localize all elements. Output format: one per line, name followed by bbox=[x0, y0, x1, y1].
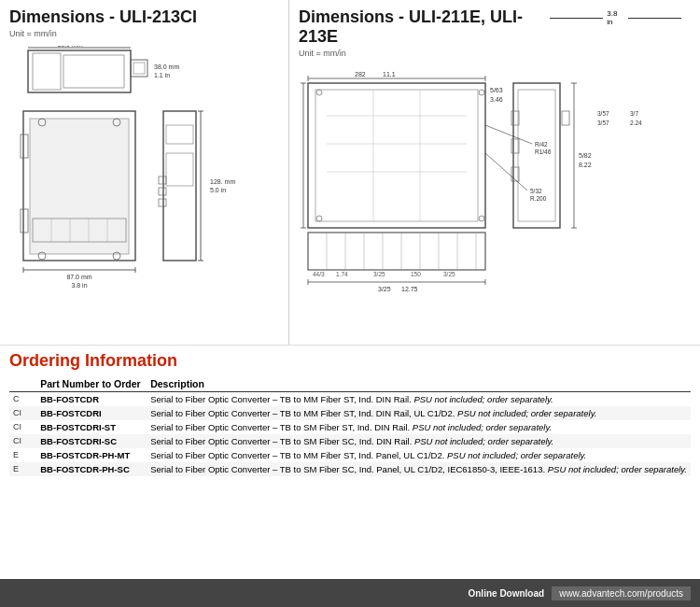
svg-text:R1/46: R1/46 bbox=[535, 148, 552, 155]
svg-point-54 bbox=[316, 216, 322, 221]
svg-text:5/63: 5/63 bbox=[490, 87, 503, 93]
svg-text:3/25: 3/25 bbox=[378, 286, 391, 292]
svg-rect-1 bbox=[33, 53, 61, 90]
svg-rect-2 bbox=[63, 55, 124, 88]
svg-text:3/57: 3/57 bbox=[597, 110, 609, 117]
svg-text:R.200: R.200 bbox=[530, 195, 547, 202]
cell-partnumber: BB-FOSTCDRI bbox=[36, 406, 147, 420]
svg-rect-4 bbox=[133, 63, 145, 74]
cell-model: CI bbox=[9, 406, 36, 420]
svg-text:150: 150 bbox=[411, 271, 421, 277]
svg-text:3.8 in: 3.8 in bbox=[71, 282, 87, 289]
cell-model: C bbox=[9, 392, 36, 407]
col-header-partnum: Part Number to Order bbox=[36, 376, 147, 392]
svg-rect-66 bbox=[513, 83, 560, 228]
ordering-section: Ordering Information Part Number to Orde… bbox=[0, 346, 700, 484]
svg-text:5/32: 5/32 bbox=[530, 188, 542, 194]
svg-text:3/57: 3/57 bbox=[597, 120, 609, 126]
svg-text:282: 282 bbox=[355, 71, 366, 78]
col-header-model bbox=[9, 376, 36, 392]
svg-text:2.24: 2.24 bbox=[630, 120, 642, 126]
col-header-desc: Description bbox=[147, 376, 691, 392]
table-row: EBB-FOSTCDR-PH-SCSerial to Fiber Optic C… bbox=[9, 462, 691, 476]
table-row: CIBB-FOSTCDRI-STSerial to Fiber Optic Co… bbox=[9, 420, 691, 434]
footer-bar: Online Download www.advantech.com/produc… bbox=[0, 579, 700, 607]
svg-rect-32 bbox=[159, 199, 166, 206]
table-row: CIBB-FOSTCDRISerial to Fiber Optic Conve… bbox=[9, 406, 691, 420]
cell-partnumber: BB-FOSTCDRI-ST bbox=[36, 420, 147, 434]
cell-model: CI bbox=[9, 434, 36, 448]
svg-rect-38 bbox=[308, 83, 485, 228]
cell-partnumber: BB-FOSTCDR bbox=[36, 392, 147, 407]
svg-text:3/25: 3/25 bbox=[443, 271, 455, 277]
svg-text:38.0 mm: 38.0 mm bbox=[57, 46, 82, 48]
svg-point-55 bbox=[479, 216, 484, 221]
cell-description: Serial to Fiber Optic Converter – TB to … bbox=[147, 448, 691, 462]
right-diagram-svg: 282 11.1 5/63 3.46 bbox=[299, 69, 691, 349]
svg-rect-39 bbox=[315, 90, 478, 221]
footer-url[interactable]: www.advantech.com/products bbox=[552, 586, 691, 600]
cell-partnumber: BB-FOSTCDRI-SC bbox=[36, 434, 147, 448]
svg-text:3.46: 3.46 bbox=[490, 96, 503, 103]
svg-rect-29 bbox=[166, 153, 193, 186]
left-diagram-subtitle: Unit = mm/in bbox=[9, 29, 279, 38]
cell-description: Serial to Fiber Optic Converter – TB to … bbox=[147, 406, 691, 420]
svg-rect-31 bbox=[159, 188, 166, 195]
svg-text:11.1: 11.1 bbox=[383, 71, 396, 78]
svg-rect-71 bbox=[562, 111, 569, 125]
cell-description: Serial to Fiber Optic Converter – TB to … bbox=[147, 434, 691, 448]
svg-point-52 bbox=[316, 90, 322, 95]
svg-rect-0 bbox=[28, 50, 131, 92]
table-row: EBB-FOSTCDR-PH-MTSerial to Fiber Optic C… bbox=[9, 448, 691, 462]
svg-text:5.0 in: 5.0 in bbox=[210, 187, 226, 193]
table-row: CBB-FOSTCDRSerial to Fiber Optic Convert… bbox=[9, 392, 691, 407]
svg-line-90 bbox=[485, 125, 532, 144]
svg-text:5/82: 5/82 bbox=[579, 152, 592, 159]
cell-description: Serial to Fiber Optic Converter – TB to … bbox=[147, 462, 691, 476]
cell-model: E bbox=[9, 462, 36, 476]
cell-model: CI bbox=[9, 420, 36, 434]
svg-point-53 bbox=[479, 90, 484, 95]
svg-rect-56 bbox=[308, 233, 485, 270]
diagram-left: Dimensions - ULI-213CI Unit = mm/in 38.0… bbox=[0, 0, 289, 345]
svg-text:3/7: 3/7 bbox=[630, 110, 638, 117]
svg-text:1.74: 1.74 bbox=[336, 271, 348, 277]
cell-model: E bbox=[9, 448, 36, 462]
table-row: CIBB-FOSTCDRI-SCSerial to Fiber Optic Co… bbox=[9, 434, 691, 448]
left-diagram-title: Dimensions - ULI-213CI bbox=[9, 7, 279, 27]
cell-partnumber: BB-FOSTCDR-PH-MT bbox=[36, 448, 147, 462]
cell-description: Serial to Fiber Optic Converter – TB to … bbox=[147, 392, 691, 407]
footer-label: Online Download bbox=[468, 588, 544, 599]
svg-rect-13 bbox=[21, 134, 28, 158]
ordering-table: Part Number to Order Description CBB-FOS… bbox=[9, 376, 691, 476]
svg-text:128. mm: 128. mm bbox=[210, 178, 235, 185]
svg-text:38/4: 38/4 bbox=[299, 145, 300, 156]
svg-rect-28 bbox=[166, 125, 193, 144]
svg-text:44/3: 44/3 bbox=[313, 271, 325, 277]
svg-text:87.0 mm: 87.0 mm bbox=[66, 274, 91, 280]
svg-rect-14 bbox=[21, 209, 28, 233]
svg-text:1.1 in: 1.1 in bbox=[154, 72, 170, 78]
svg-text:8.22: 8.22 bbox=[579, 162, 592, 168]
right-diagram-title: Dimensions - ULI-211E, ULI-213E bbox=[299, 7, 550, 47]
svg-line-87 bbox=[485, 153, 527, 191]
cell-description: Serial to Fiber Optic Converter – TB to … bbox=[147, 420, 691, 434]
cell-partnumber: BB-FOSTCDR-PH-SC bbox=[36, 462, 147, 476]
diagrams-section: Dimensions - ULI-213CI Unit = mm/in 38.0… bbox=[0, 0, 700, 346]
diagram-right: Dimensions - ULI-211E, ULI-213E Unit = m… bbox=[289, 0, 700, 345]
svg-rect-10 bbox=[30, 119, 129, 254]
svg-text:12.75: 12.75 bbox=[401, 286, 418, 292]
svg-text:3/25: 3/25 bbox=[373, 271, 385, 277]
top-dim-label: 3.8 in bbox=[607, 9, 624, 26]
svg-text:38.0 mm: 38.0 mm bbox=[154, 64, 179, 70]
svg-text:R/42: R/42 bbox=[535, 141, 548, 148]
right-diagram-subtitle: Unit = mm/in bbox=[299, 49, 550, 58]
svg-rect-30 bbox=[159, 176, 166, 184]
left-diagram-svg: 38.0 mm 38.0 mm 1.1 in bbox=[9, 46, 279, 326]
